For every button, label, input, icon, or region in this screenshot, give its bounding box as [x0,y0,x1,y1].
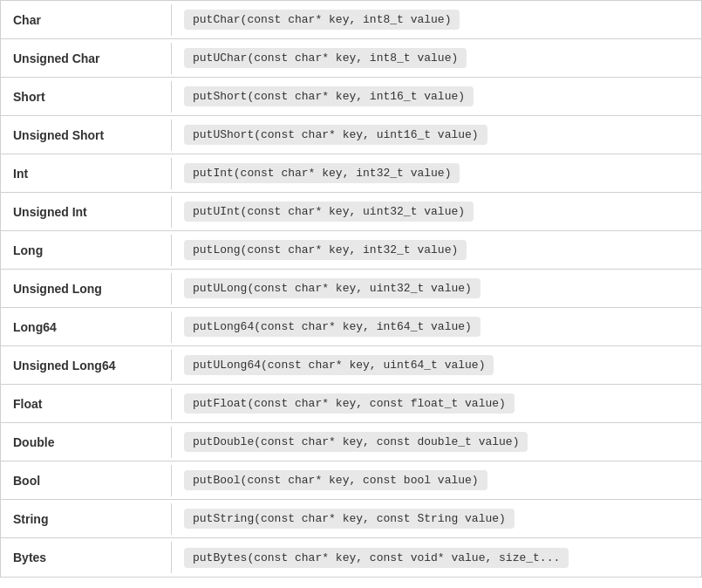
method-cell: putDouble(const char* key, const double_… [172,423,701,461]
table-row: Unsigned IntputUInt(const char* key, uin… [1,193,701,231]
method-badge: putShort(const char* key, int16_t value) [184,86,474,106]
method-cell: putInt(const char* key, int32_t value) [172,154,701,192]
type-cell: Long64 [1,311,172,343]
type-cell: Unsigned Short [1,120,172,151]
type-cell: String [1,503,172,535]
method-badge: putDouble(const char* key, const double_… [184,432,528,452]
method-badge: putBool(const char* key, const bool valu… [184,470,487,490]
method-badge: putLong64(const char* key, int64_t value… [184,317,480,337]
table-row: DoubleputDouble(const char* key, const d… [1,423,701,462]
table-row: Unsigned CharputUChar(const char* key, i… [1,39,701,78]
method-cell: putUShort(const char* key, uint16_t valu… [172,116,701,154]
type-cell: Int [1,158,172,189]
table-row: Unsigned Long64putULong64(const char* ke… [1,346,701,385]
method-cell: putBool(const char* key, const bool valu… [172,462,701,499]
method-cell: putBytes(const char* key, const void* va… [172,539,701,577]
type-cell: Bool [1,465,172,496]
table-row: ShortputShort(const char* key, int16_t v… [1,78,701,116]
method-badge: putInt(const char* key, int32_t value) [184,163,460,183]
method-cell: putUInt(const char* key, uint32_t value) [172,193,701,230]
method-badge: putUChar(const char* key, int8_t value) [184,48,467,68]
type-cell: Char [1,4,172,36]
type-cell: Double [1,427,172,458]
type-cell: Short [1,81,172,113]
method-badge: putULong64(const char* key, uint64_t val… [184,355,494,375]
table-row: CharputChar(const char* key, int8_t valu… [1,1,701,39]
type-cell: Unsigned Long64 [1,350,172,381]
table-row: BoolputBool(const char* key, const bool … [1,462,701,500]
method-cell: putULong64(const char* key, uint64_t val… [172,346,701,384]
method-cell: putUChar(const char* key, int8_t value) [172,39,701,77]
table-row: StringputString(const char* key, const S… [1,500,701,538]
type-cell: Float [1,388,172,420]
table-row: LongputLong(const char* key, int32_t val… [1,231,701,270]
table-row: IntputInt(const char* key, int32_t value… [1,154,701,193]
method-badge: putUShort(const char* key, uint16_t valu… [184,125,487,145]
method-badge: putUInt(const char* key, uint32_t value) [184,202,474,222]
type-cell: Unsigned Long [1,273,172,304]
method-badge: putChar(const char* key, int8_t value) [184,10,460,30]
method-badge: putULong(const char* key, uint32_t value… [184,278,480,298]
table-row: Long64putLong64(const char* key, int64_t… [1,308,701,346]
method-cell: putULong(const char* key, uint32_t value… [172,270,701,307]
method-badge: putString(const char* key, const String … [184,509,515,529]
table-row: Unsigned LongputULong(const char* key, u… [1,270,701,308]
table-row: FloatputFloat(const char* key, const flo… [1,385,701,423]
type-cell: Unsigned Int [1,196,172,228]
api-table: CharputChar(const char* key, int8_t valu… [0,0,702,578]
method-cell: putChar(const char* key, int8_t value) [172,1,701,38]
method-cell: putFloat(const char* key, const float_t … [172,385,701,422]
method-cell: putShort(const char* key, int16_t value) [172,78,701,115]
method-cell: putString(const char* key, const String … [172,500,701,537]
type-cell: Long [1,235,172,266]
method-badge: putBytes(const char* key, const void* va… [184,548,569,568]
type-cell: Bytes [1,542,172,573]
method-cell: putLong64(const char* key, int64_t value… [172,308,701,345]
method-badge: putFloat(const char* key, const float_t … [184,393,515,414]
method-cell: putLong(const char* key, int32_t value) [172,231,701,269]
table-row: BytesputBytes(const char* key, const voi… [1,538,701,577]
type-cell: Unsigned Char [1,43,172,74]
table-row: Unsigned ShortputUShort(const char* key,… [1,116,701,154]
method-badge: putLong(const char* key, int32_t value) [184,240,467,260]
